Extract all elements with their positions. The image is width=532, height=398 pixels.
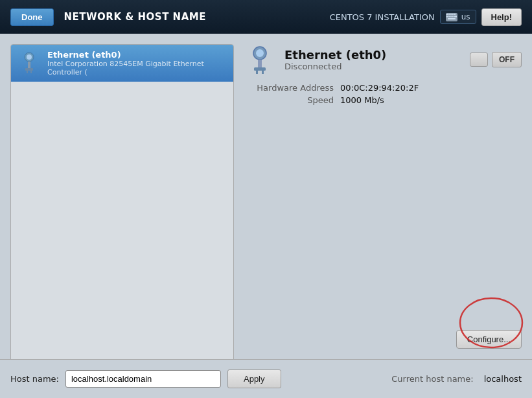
configure-button[interactable]: Configure... xyxy=(456,330,522,349)
current-hostname-value: localhost xyxy=(484,374,522,384)
toggle-control: OFF xyxy=(470,52,522,67)
network-list-item[interactable]: Ethernet (eth0) Intel Corporation 82545E… xyxy=(11,45,233,82)
network-detail-panel: Ethernet (eth0) Disconnected OFF Hardwar… xyxy=(244,44,522,388)
svg-rect-16 xyxy=(27,71,28,73)
network-item-desc: Intel Corporation 82545EM Gigabit Ethern… xyxy=(47,60,227,76)
toggle-button[interactable]: OFF xyxy=(492,52,522,67)
svg-rect-9 xyxy=(452,16,454,17)
network-item-info: Ethernet (eth0) Intel Corporation 82545E… xyxy=(47,50,227,76)
toggle-indicator xyxy=(470,53,488,67)
svg-rect-15 xyxy=(25,68,33,71)
network-list-panel: Ethernet (eth0) Intel Corporation 82545E… xyxy=(10,44,234,388)
current-hostname-label: Current host name: xyxy=(391,374,473,384)
done-button[interactable]: Done xyxy=(10,8,54,26)
svg-rect-14 xyxy=(28,62,30,68)
bottom-bar: Host name: Apply Current host name: loca… xyxy=(0,359,532,398)
svg-rect-21 xyxy=(254,67,266,71)
top-bar: Done NETWORK & HOST NAME CENTOS 7 INSTAL… xyxy=(0,0,532,34)
ethernet-icon xyxy=(17,52,41,75)
apply-button[interactable]: Apply xyxy=(227,369,281,388)
network-item-name: Ethernet (eth0) xyxy=(47,50,227,60)
svg-rect-7 xyxy=(448,16,450,17)
page-title: NETWORK & HOST NAME xyxy=(64,11,206,23)
svg-point-13 xyxy=(27,54,32,60)
svg-rect-23 xyxy=(262,71,264,74)
speed-value: 1000 Mb/s xyxy=(340,95,384,105)
help-button[interactable]: Help! xyxy=(481,8,522,26)
top-bar-right: CENTOS 7 INSTALLATION us Help! xyxy=(330,8,522,26)
svg-rect-22 xyxy=(256,71,258,74)
svg-rect-11 xyxy=(448,18,456,19)
hardware-address-label: Hardware Address xyxy=(249,83,334,93)
detail-table: Hardware Address 00:0C:29:94:20:2F Speed… xyxy=(249,83,522,108)
detail-header: Ethernet (eth0) Disconnected OFF xyxy=(244,44,522,75)
svg-rect-10 xyxy=(454,16,457,17)
svg-rect-20 xyxy=(258,60,262,67)
svg-rect-8 xyxy=(450,16,452,17)
svg-rect-5 xyxy=(454,14,456,15)
svg-rect-4 xyxy=(452,14,454,15)
hardware-address-value: 00:0C:29:94:20:2F xyxy=(340,83,419,93)
svg-rect-17 xyxy=(30,71,32,73)
install-title: CENTOS 7 INSTALLATION xyxy=(330,12,435,22)
keyboard-lang: us xyxy=(461,12,470,21)
detail-header-left: Ethernet (eth0) Disconnected xyxy=(244,44,386,75)
keyboard-indicator[interactable]: us xyxy=(440,10,476,24)
svg-rect-2 xyxy=(448,14,450,15)
svg-rect-3 xyxy=(450,14,452,15)
network-list: Ethernet (eth0) Intel Corporation 82545E… xyxy=(11,45,233,366)
detail-name-group: Ethernet (eth0) Disconnected xyxy=(284,48,386,71)
svg-point-19 xyxy=(256,49,264,57)
hostname-input[interactable] xyxy=(65,370,221,388)
detail-network-status: Disconnected xyxy=(284,62,386,71)
svg-rect-1 xyxy=(446,14,448,15)
detail-network-name: Ethernet (eth0) xyxy=(284,48,386,62)
top-bar-left: Done NETWORK & HOST NAME xyxy=(10,8,206,26)
speed-row: Speed 1000 Mb/s xyxy=(249,95,522,105)
detail-ethernet-icon xyxy=(244,44,275,75)
hostname-label: Host name: xyxy=(10,374,59,384)
keyboard-icon xyxy=(446,13,457,21)
svg-rect-6 xyxy=(446,16,448,17)
speed-label: Speed xyxy=(249,95,334,105)
hardware-address-row: Hardware Address 00:0C:29:94:20:2F xyxy=(249,83,522,93)
main-wrapper: Ethernet (eth0) Intel Corporation 82545E… xyxy=(0,34,532,398)
